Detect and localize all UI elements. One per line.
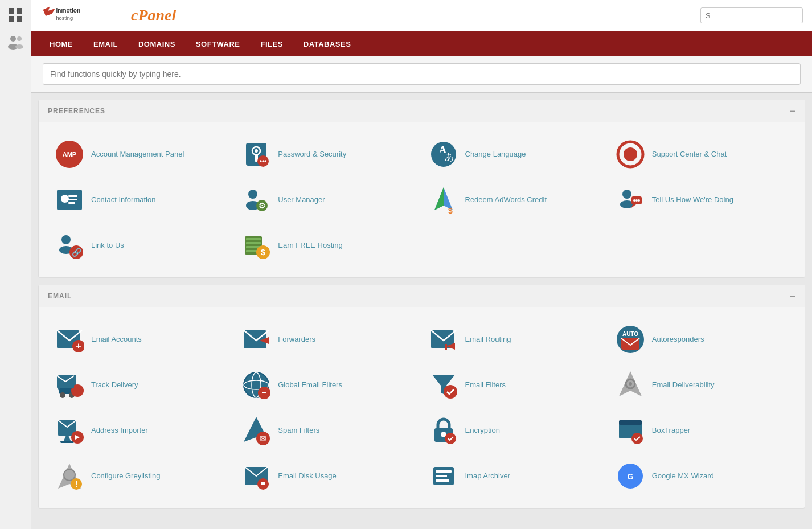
- preferences-item-language[interactable]: A あ Change Language: [422, 132, 609, 177]
- adwords-label: Redeem AdWords Credit: [465, 195, 547, 205]
- nav-files[interactable]: FILES: [252, 35, 292, 53]
- svg-rect-28: [68, 202, 75, 204]
- preferences-item-feedback[interactable]: Tell Us How We're Doing: [609, 177, 795, 223]
- preferences-item-earn[interactable]: $ Earn FREE Hosting: [235, 223, 421, 268]
- track-label: Track Delivery: [91, 380, 138, 390]
- link-label: Link to Us: [91, 240, 124, 251]
- email-section-title: EMAIL: [48, 292, 72, 300]
- svg-text:AMP: AMP: [63, 151, 76, 158]
- svg-rect-2: [9, 16, 14, 22]
- email-item-address-importer[interactable]: Address Importer: [48, 408, 235, 453]
- google-mx-label: Google MX Wizard: [652, 471, 714, 481]
- main-area: inmotion hosting cPanel HOME EMAIL DOMAI…: [31, 0, 812, 529]
- email-routing-label: Email Routing: [465, 334, 511, 345]
- email-item-disk-usage[interactable]: Email Disk Usage: [235, 453, 421, 499]
- email-item-autoresponders[interactable]: AUTO Autoresponders: [609, 317, 795, 362]
- svg-rect-61: [445, 344, 447, 350]
- svg-rect-49: [246, 242, 261, 244]
- svg-point-29: [248, 190, 257, 199]
- nav-email[interactable]: EMAIL: [84, 35, 127, 53]
- address-importer-label: Address Importer: [91, 425, 148, 436]
- svg-rect-106: [436, 479, 449, 482]
- svg-text:inmotion: inmotion: [56, 7, 81, 14]
- amp-icon: AMP: [55, 140, 84, 169]
- nav-domains[interactable]: DOMAINS: [129, 35, 184, 53]
- email-item-global-filters[interactable]: Global Email Filters: [235, 362, 421, 408]
- svg-point-96: [64, 469, 75, 481]
- nav-home[interactable]: HOME: [40, 35, 82, 53]
- email-item-routing[interactable]: Email Routing: [422, 317, 609, 362]
- header: inmotion hosting cPanel: [31, 0, 812, 31]
- content-area: PREFERENCES − AMP Account Management Pan…: [31, 56, 812, 529]
- preferences-collapse[interactable]: −: [789, 106, 795, 116]
- svg-text:🔗: 🔗: [72, 248, 82, 257]
- svg-point-6: [17, 36, 22, 41]
- email-item-filters[interactable]: Email Filters: [422, 362, 609, 408]
- header-search-input[interactable]: [700, 7, 803, 23]
- svg-text:$: $: [261, 248, 265, 257]
- greylisting-icon: !: [55, 461, 84, 491]
- svg-text:$: $: [448, 206, 453, 215]
- email-item-encryption[interactable]: Encryption: [422, 408, 609, 453]
- email-item-forwarders[interactable]: Forwarders: [235, 317, 421, 362]
- email-accounts-icon: +: [55, 325, 84, 354]
- email-item-deliverability[interactable]: Email Deliverability: [609, 362, 795, 408]
- svg-text:⚙: ⚙: [259, 201, 266, 210]
- svg-text:あ: あ: [445, 152, 454, 162]
- svg-rect-26: [68, 195, 77, 197]
- email-grid: + Email Accounts Forwarders: [39, 307, 805, 508]
- email-item-track[interactable]: Track Delivery: [48, 362, 235, 408]
- svg-rect-0: [9, 8, 14, 14]
- email-item-spam[interactable]: ✉ Spam Filters: [235, 408, 421, 453]
- function-search-input[interactable]: [43, 63, 801, 85]
- email-item-boxtrapper[interactable]: BoxTrapper: [609, 408, 795, 453]
- svg-rect-83: [60, 441, 74, 443]
- inmotion-logo: inmotion hosting: [40, 4, 103, 27]
- track-delivery-icon: [55, 370, 84, 400]
- svg-point-40: [635, 199, 638, 202]
- address-importer-icon: [55, 416, 84, 445]
- email-section: EMAIL − + Email Accounts: [38, 285, 805, 509]
- password-security-icon: •••: [241, 140, 271, 169]
- email-collapse[interactable]: −: [789, 291, 795, 301]
- svg-point-77: [444, 385, 457, 399]
- svg-text:•••: •••: [260, 157, 267, 165]
- nav-software[interactable]: SOFTWARE: [187, 35, 249, 53]
- sidebar-grid-icon[interactable]: [5, 5, 26, 25]
- preferences-item-amp[interactable]: AMP Account Management Panel: [48, 132, 235, 177]
- amp-label: Account Management Panel: [91, 149, 184, 159]
- svg-point-7: [15, 44, 23, 49]
- svg-rect-93: [619, 420, 642, 425]
- contact-label: Contact Information: [91, 195, 155, 205]
- global-email-filters-icon: [241, 370, 271, 400]
- encryption-icon: [429, 416, 458, 445]
- global-filters-label: Global Email Filters: [278, 380, 342, 390]
- preferences-item-link[interactable]: 🔗 Link to Us: [48, 223, 235, 268]
- preferences-item-adwords[interactable]: $ Redeem AdWords Credit: [422, 177, 609, 223]
- preferences-item-password[interactable]: ••• Password & Security: [235, 132, 421, 177]
- svg-rect-1: [17, 8, 22, 14]
- svg-point-41: [638, 199, 640, 202]
- preferences-item-support[interactable]: Support Center & Chat: [609, 132, 795, 177]
- email-item-imap[interactable]: Imap Archiver: [422, 453, 609, 499]
- spam-filters-icon: ✉: [241, 416, 271, 445]
- greylisting-label: Configure Greylisting: [91, 471, 160, 481]
- svg-text:+: +: [76, 341, 81, 351]
- preferences-item-usermgr[interactable]: ⚙ User Manager: [235, 177, 421, 223]
- email-item-greylisting[interactable]: ! Configure Greylisting: [48, 453, 235, 499]
- sidebar-users-icon[interactable]: [5, 32, 26, 52]
- password-label: Password & Security: [278, 149, 346, 159]
- preferences-item-contact[interactable]: Contact Information: [48, 177, 235, 223]
- email-item-google-mx[interactable]: G Google MX Wizard: [609, 453, 795, 499]
- support-label: Support Center & Chat: [652, 149, 727, 159]
- imap-icon: [429, 461, 458, 491]
- preferences-grid: AMP Account Management Panel: [39, 122, 805, 277]
- svg-text:G: G: [627, 472, 633, 481]
- svg-marker-34: [434, 187, 444, 210]
- svg-rect-75: [262, 392, 266, 393]
- nav-databases[interactable]: DATABASES: [294, 35, 360, 53]
- svg-rect-104: [436, 470, 452, 473]
- deliverability-label: Email Deliverability: [652, 380, 715, 390]
- svg-text:hosting: hosting: [56, 15, 73, 21]
- email-item-accounts[interactable]: + Email Accounts: [48, 317, 235, 362]
